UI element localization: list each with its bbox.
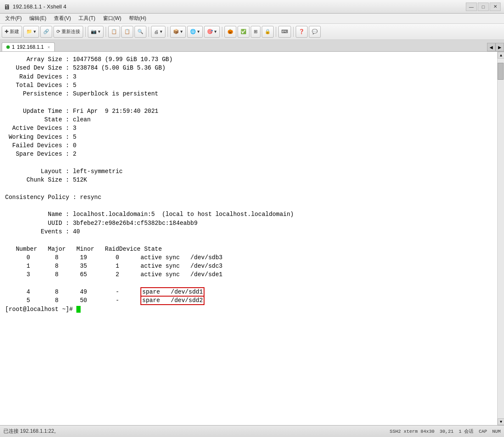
status-right: SSH2 xterm 84x30 30,21 1 会话 CAP NUM (390, 428, 501, 434)
script-button[interactable]: 🎯▾ (204, 26, 220, 38)
caps-indicator: CAP (479, 429, 487, 434)
line-events: Events : 40 (5, 227, 492, 236)
screenshot-button[interactable]: 📷▾ (88, 26, 104, 38)
line-persistence: Persistence : Superblock is persistent (5, 90, 492, 98)
line-total-devices: Total Devices : 5 (5, 81, 492, 90)
scroll-down-button[interactable]: ▼ (498, 418, 504, 425)
vertical-scrollbar[interactable]: ▲ ▼ (497, 52, 504, 425)
line-active-devices: Active Devices : 3 (5, 124, 492, 132)
tab-host: 192.168.1.1 (17, 44, 44, 50)
menu-bar: 文件(F) 编辑(E) 查看(V) 工具(T) 窗口(W) 帮助(H) (0, 14, 504, 24)
tab-status-dot (6, 45, 10, 49)
line-raid-devices: Raid Devices : 3 (5, 73, 492, 81)
transfer-button[interactable]: 📦▾ (170, 26, 186, 38)
reconnect-button[interactable]: ⟳ 重新连接 (53, 26, 83, 38)
tab-navigation: ◀ ▶ (487, 43, 504, 51)
terminal-container: Array Size : 10477568 (9.99 GiB 10.73 GB… (0, 52, 504, 425)
line-device-1: 1 8 35 1 active sync /dev/sdc3 (5, 262, 492, 270)
new-icon: ✚ (5, 29, 8, 34)
open-folder-button[interactable]: 📁▾ (23, 26, 39, 38)
toolbar: ✚ 新建 📁▾ 🔗 ⟳ 重新连接 📷▾ 📋 📋 🔍 🖨▾ 📦▾ 🌐▾ 🎯▾ 🎃 … (0, 24, 504, 40)
tab-prev-button[interactable]: ◀ (487, 43, 496, 51)
maximize-button[interactable]: □ (478, 3, 489, 11)
help-icon: ❓ (299, 29, 305, 34)
separator-6 (276, 27, 276, 37)
tab-close-button[interactable]: × (48, 45, 50, 50)
session-count: 1 会话 (459, 428, 473, 434)
line-device-0: 0 8 19 0 active sync /dev/sdb3 (5, 253, 492, 262)
line-device-5: 5 8 50 - spare /dev/sdd2 (5, 296, 492, 305)
line-device-4: 4 8 49 - spare /dev/sdd1 (5, 288, 492, 296)
line-array-size: Array Size : 10477568 (9.99 GiB 10.73 GB… (5, 55, 492, 64)
separator-1 (85, 27, 86, 37)
title-bar: 🖥 192.168.1.1 - Xshell 4 — □ ✕ (0, 0, 504, 14)
line-state: State : clean (5, 115, 492, 124)
web-icon: 🌐 (190, 29, 196, 34)
copy-icon: 📋 (111, 29, 117, 34)
line-chunk-size: Chunk Size : 512K (5, 176, 492, 184)
xagent-button[interactable]: 🎃 (224, 26, 236, 38)
web-button[interactable]: 🌐▾ (187, 26, 203, 38)
line-update-time: Update Time : Fri Apr 9 21:59:40 2021 (5, 107, 492, 115)
menu-file[interactable]: 文件(F) (2, 14, 25, 23)
screenshot-icon: 📷 (91, 29, 97, 34)
tab-number: 1 (12, 44, 15, 50)
chat-button[interactable]: 💬 (309, 26, 321, 38)
link-icon: 🔗 (43, 29, 49, 34)
new-button[interactable]: ✚ 新建 (2, 26, 22, 38)
scroll-track[interactable] (498, 59, 504, 418)
paste-button[interactable]: 📋 (121, 26, 133, 38)
link-button[interactable]: 🔗 (40, 26, 52, 38)
line-blank-1 (5, 98, 492, 106)
line-blank-6 (5, 279, 492, 288)
line-spare-devices: Spare Devices : 2 (5, 150, 492, 158)
menu-window[interactable]: 窗口(W) (100, 14, 125, 23)
terminal-cursor (76, 306, 81, 313)
print-icon: 🖨 (154, 29, 159, 34)
find-icon: 🔍 (137, 29, 143, 34)
keyboard-button[interactable]: ⌨ (278, 26, 291, 38)
scroll-thumb[interactable] (498, 63, 504, 80)
status-left: 已连接 192.168.1.1:22。 (3, 428, 59, 435)
line-blank-2 (5, 159, 492, 167)
transfer-icon: 📦 (173, 29, 179, 34)
help-button[interactable]: ❓ (296, 26, 308, 38)
tab-next-button[interactable]: ▶ (496, 43, 504, 51)
window-title: 192.168.1.1 - Xshell 4 (13, 3, 66, 10)
window-controls: — □ ✕ (466, 3, 501, 11)
find-button[interactable]: 🔍 (134, 26, 146, 38)
grid-icon: ⊞ (254, 29, 258, 34)
tab-session-1[interactable]: 1 192.168.1.1 × (2, 42, 55, 51)
print-button[interactable]: 🖨▾ (151, 26, 165, 38)
ssh-info: SSH2 xterm 84x30 (390, 429, 435, 434)
grid-button[interactable]: ⊞ (251, 26, 260, 38)
separator-7 (293, 27, 294, 37)
menu-help[interactable]: 帮助(H) (126, 14, 150, 23)
line-blank-4 (5, 202, 492, 210)
reconnect-icon: ⟳ (56, 29, 60, 34)
copy-button[interactable]: 📋 (108, 26, 120, 38)
status-bar: 已连接 192.168.1.1:22。 SSH2 xterm 84x30 30,… (0, 425, 504, 437)
line-layout: Layout : left-symmetric (5, 167, 492, 176)
separator-5 (222, 27, 222, 37)
separator-4 (168, 27, 168, 37)
check-button[interactable]: ✅ (238, 26, 249, 38)
chat-icon: 💬 (312, 29, 318, 34)
paste-icon: 📋 (124, 29, 130, 34)
minimize-button[interactable]: — (466, 3, 477, 11)
separator-3 (148, 27, 149, 37)
line-blank-5 (5, 236, 492, 244)
lock-button[interactable]: 🔒 (262, 26, 274, 38)
scroll-up-button[interactable]: ▲ (498, 52, 504, 59)
close-button[interactable]: ✕ (490, 3, 501, 11)
app-icon: 🖥 (3, 3, 10, 10)
menu-tools[interactable]: 工具(T) (75, 14, 98, 23)
line-working-devices: Working Devices : 5 (5, 133, 492, 141)
menu-edit[interactable]: 编辑(E) (26, 14, 50, 23)
keyboard-icon: ⌨ (281, 29, 288, 34)
line-used-dev-size: Used Dev Size : 5238784 (5.00 GiB 5.36 G… (5, 64, 492, 72)
menu-view[interactable]: 查看(V) (50, 14, 74, 23)
script-icon: 🎯 (207, 29, 213, 34)
terminal-output[interactable]: Array Size : 10477568 (9.99 GiB 10.73 GB… (0, 52, 497, 425)
line-uuid: UUID : 3bfebe27:e98e26b4:cf5382bc:184eab… (5, 219, 492, 227)
